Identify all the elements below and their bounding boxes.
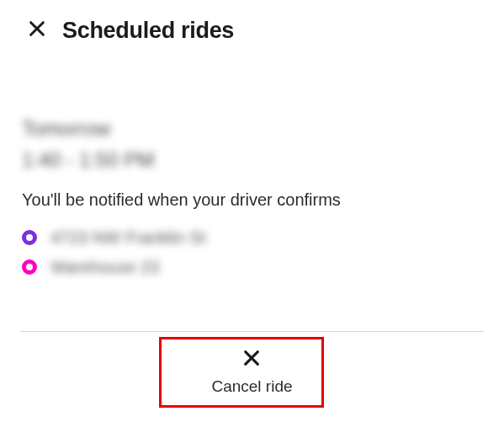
ride-notice: You'll be notified when your driver conf…: [22, 190, 482, 210]
close-button[interactable]: [24, 17, 50, 44]
ride-stops: 4723 NW Franklin St Warehouse 23: [22, 228, 482, 277]
ride-time: 1:40 - 1:50 PM: [22, 146, 482, 175]
page-title: Scheduled rides: [62, 18, 234, 44]
divider: [20, 331, 484, 332]
stop-destination: Warehouse 23: [22, 258, 482, 277]
destination-address: Warehouse 23: [50, 258, 159, 277]
close-icon: [28, 19, 46, 41]
ride-card: Tomorrow 1:40 - 1:50 PM You'll be notifi…: [0, 52, 504, 277]
cancel-ride-label: Cancel ride: [211, 377, 292, 396]
footer: Cancel ride: [0, 344, 504, 404]
cancel-ride-button[interactable]: Cancel ride: [194, 344, 309, 404]
pickup-address: 4723 NW Franklin St: [50, 228, 206, 248]
stop-pickup: 4723 NW Franklin St: [22, 228, 482, 248]
header: Scheduled rides: [0, 0, 504, 52]
close-icon: [242, 349, 261, 371]
destination-dot-icon: [22, 259, 37, 275]
ride-day: Tomorrow: [22, 115, 482, 144]
pickup-dot-icon: [22, 230, 37, 245]
screen: Scheduled rides Tomorrow 1:40 - 1:50 PM …: [0, 0, 504, 422]
